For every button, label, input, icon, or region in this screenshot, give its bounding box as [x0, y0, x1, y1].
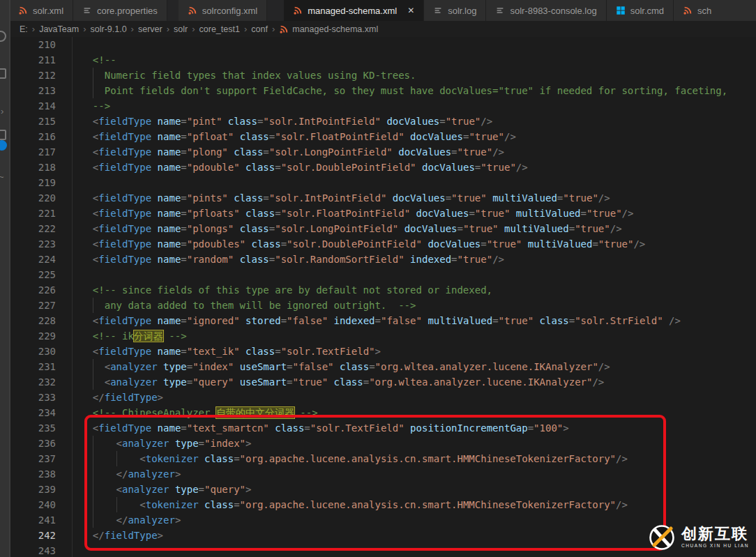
line-number: 215 — [9, 114, 56, 129]
line-content[interactable]: <!-- since fields of this type are by de… — [81, 282, 492, 298]
code-line-212: 212 Numeric field types that index value… — [9, 68, 756, 83]
cx-logo-icon — [648, 524, 676, 551]
breadcrumb: E:›JavaTeam›solr-9.1.0›server›solr›core_… — [9, 21, 756, 37]
line-content[interactable]: any data added to them will be ignored o… — [81, 298, 416, 313]
tab-solr.log[interactable]: solr.log — [424, 0, 486, 21]
line-content[interactable]: <fieldType name="text_ik" class="solr.Te… — [81, 344, 381, 359]
line-content[interactable]: <!-- ChineseAnalyzer 自带的中文分词器 --> — [81, 405, 318, 420]
indent-guide — [93, 298, 93, 313]
line-content[interactable]: <analyzer type="query" useSmart="true" c… — [81, 374, 604, 390]
close-icon[interactable]: ✕ — [407, 6, 414, 15]
chevron-separator: › — [244, 24, 247, 34]
breadcrumb-item-solr[interactable]: solr — [174, 24, 188, 34]
breadcrumb-item-managed-schema.xml[interactable]: managed-schema.xml — [279, 24, 378, 34]
line-content[interactable]: <fieldType name="random" class="solr.Ran… — [81, 252, 504, 267]
code-editor[interactable]: 210211 <!--212 Numeric field types that … — [9, 37, 756, 557]
line-number: 235 — [9, 420, 56, 436]
line-content[interactable]: <fieldType name="pfloats" class="solr.Fl… — [81, 206, 633, 221]
tab-solr.cmd[interactable]: solr.cmd — [607, 0, 674, 21]
tab-managed-schema.xml[interactable]: managed-schema.xml✕ — [284, 0, 424, 21]
indent-guide — [93, 359, 93, 374]
line-content[interactable]: </fieldType> — [81, 528, 163, 543]
code-line-231: 231 <analyzer type="index" useSmart="fal… — [9, 359, 756, 374]
code-line-216: 216 <fieldType name="pfloat" class="solr… — [9, 129, 756, 144]
line-number: 217 — [9, 144, 56, 160]
tab-label: solr.xml — [33, 6, 63, 16]
tab-solrconfig.xml[interactable]: solrconfig.xml — [179, 0, 267, 21]
code-line-220: 220 <fieldType name="pints" class="solr.… — [9, 190, 756, 206]
breadcrumb-item-E:[interactable]: E: — [20, 24, 28, 34]
line-number: 214 — [9, 98, 56, 114]
tab-label: solr.cmd — [630, 6, 664, 16]
chevron-separator: › — [272, 24, 275, 34]
line-content[interactable]: <analyzer type="index"> — [81, 436, 252, 451]
code-line-232: 232 <analyzer type="query" useSmart="tru… — [9, 374, 756, 390]
tab-label: managed-schema.xml — [308, 6, 397, 16]
watermark: 创新互联 CHUANG XIN HU LIAN — [648, 524, 749, 551]
watermark-subtitle: CHUANG XIN HU LIAN — [681, 544, 749, 549]
line-number: 225 — [9, 267, 56, 282]
line-number: 216 — [9, 129, 56, 144]
breadcrumb-item-server[interactable]: server — [138, 24, 162, 34]
line-content[interactable]: <fieldType name="text_smartcn" class="so… — [81, 420, 569, 436]
account-icon[interactable] — [0, 31, 6, 42]
tab-sch[interactable]: sch — [674, 0, 756, 21]
settings-icon[interactable]: ~ — [0, 171, 4, 182]
extensions-icon[interactable] — [0, 130, 6, 140]
chevron-separator: › — [131, 24, 134, 34]
code-line-226: 226 <!-- since fields of this type are b… — [9, 282, 756, 298]
line-content[interactable]: <tokenizer class="org.apache.lucene.anal… — [81, 451, 628, 466]
line-number: 239 — [9, 482, 56, 497]
line-content[interactable]: <!-- ik分词器 --> — [81, 328, 187, 344]
line-content[interactable]: </analyzer> — [81, 512, 181, 528]
line-content[interactable]: <fieldType name="plong" class="solr.Long… — [81, 144, 504, 160]
indent-guide — [93, 83, 93, 98]
line-content[interactable]: <!-- — [81, 52, 116, 68]
line-content[interactable]: <tokenizer class="org.apache.lucene.anal… — [81, 497, 628, 512]
explorer-icon[interactable] — [0, 68, 6, 79]
indent-guide — [93, 436, 93, 451]
tab-core.properties[interactable]: core.properties — [73, 0, 167, 21]
line-content[interactable]: <fieldType name="pdoubles" class="solr.D… — [81, 236, 645, 252]
line-number: 211 — [9, 52, 56, 68]
breadcrumb-item-solr-9.1.0[interactable]: solr-9.1.0 — [90, 24, 126, 34]
breadcrumb-item-core_test1[interactable]: core_test1 — [199, 24, 240, 34]
line-content[interactable]: --> — [81, 98, 110, 114]
code-line-239: 239 <analyzer type="query"> — [9, 482, 756, 497]
chevron-right-icon[interactable]: › — [1, 106, 3, 116]
line-content[interactable]: <fieldType name="pdouble" class="solr.Do… — [81, 160, 528, 175]
indent-guide — [116, 497, 117, 512]
tab-solr-8983-console.log[interactable]: solr-8983-console.log — [486, 0, 606, 21]
indent-guide — [93, 466, 93, 482]
code-line-238: 238 </analyzer> — [9, 466, 756, 482]
line-number: 232 — [9, 374, 56, 390]
tab-label: solrconfig.xml — [202, 6, 257, 16]
activity-bar: › ~ — [0, 0, 10, 557]
editor-tabbar: solr.xmlcore.propertiessolrconfig.xmlman… — [9, 0, 756, 21]
line-content[interactable]: </analyzer> — [81, 466, 181, 482]
code-line-215: 215 <fieldType name="pint" class="solr.I… — [9, 114, 756, 129]
code-line-233: 233 </fieldType> — [9, 390, 756, 405]
line-content[interactable]: <analyzer type="index" useSmart="false" … — [81, 359, 610, 374]
code-line-217: 217 <fieldType name="plong" class="solr.… — [9, 144, 756, 160]
line-content[interactable]: <analyzer type="query"> — [81, 482, 252, 497]
line-content[interactable]: </fieldType> — [81, 390, 163, 405]
line-number: 228 — [9, 313, 56, 328]
tab-solr.xml[interactable]: solr.xml — [9, 0, 73, 21]
line-number: 233 — [9, 390, 56, 405]
list-icon — [495, 6, 505, 15]
line-content[interactable]: <fieldType name="pfloat" class="solr.Flo… — [81, 129, 516, 144]
line-content[interactable]: <fieldType name="ignored" stored="false"… — [81, 313, 681, 328]
breadcrumb-item-JavaTeam[interactable]: JavaTeam — [39, 24, 79, 34]
tab-label: sch — [697, 6, 711, 16]
line-content[interactable]: <fieldType name="pints" class="solr.IntP… — [81, 190, 610, 206]
line-content[interactable]: <fieldType name="plongs" class="solr.Lon… — [81, 221, 622, 236]
line-number: 242 — [9, 528, 56, 543]
breadcrumb-item-conf[interactable]: conf — [251, 24, 268, 34]
notification-badge[interactable] — [0, 140, 7, 151]
line-content[interactable]: Numeric field types that index values us… — [81, 68, 416, 83]
line-content[interactable]: Point fields don't support FieldCache, s… — [81, 83, 727, 98]
code-line-221: 221 <fieldType name="pfloats" class="sol… — [9, 206, 756, 221]
line-content[interactable]: <fieldType name="pint" class="solr.IntPo… — [81, 114, 492, 129]
code-line-223: 223 <fieldType name="pdoubles" class="so… — [9, 236, 756, 252]
